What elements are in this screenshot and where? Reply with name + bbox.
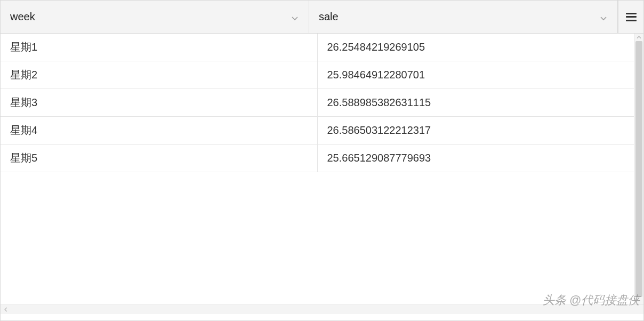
column-header-label: sale [319,11,599,23]
chevron-down-icon[interactable] [599,13,608,21]
vertical-scrollbar[interactable] [634,34,643,304]
table-row[interactable]: 星期3 26.588985382631115 [1,89,634,117]
cell-sale: 25.98464912280701 [318,61,634,89]
table-row[interactable]: 星期4 26.586503122212317 [1,117,634,145]
cell-sale: 26.586503122212317 [318,117,634,144]
grid-menu-button[interactable] [618,1,643,33]
column-header-sale[interactable]: sale [309,1,618,33]
grid-body: 星期1 26.25484219269105 星期2 25.98464912280… [1,34,643,304]
rows-container: 星期1 26.25484219269105 星期2 25.98464912280… [1,34,634,304]
column-header-week[interactable]: week [1,1,309,33]
scroll-left-arrow-icon[interactable] [3,305,9,314]
cell-week: 星期5 [1,145,318,172]
cell-week: 星期4 [1,117,318,144]
horizontal-scrollbar[interactable] [1,304,643,314]
table-row[interactable]: 星期1 26.25484219269105 [1,34,634,61]
scroll-up-arrow-icon[interactable] [634,34,643,41]
scrollbar-thumb[interactable] [635,41,642,297]
column-header-row: week sale [1,1,643,34]
cell-sale: 26.588985382631115 [318,89,634,116]
cell-sale: 26.25484219269105 [318,34,634,61]
cell-week: 星期3 [1,89,318,116]
cell-sale: 25.665129087779693 [318,145,634,172]
chevron-down-icon[interactable] [291,13,299,21]
cell-week: 星期1 [1,34,318,61]
data-grid: week sale [0,0,644,321]
column-header-label: week [10,11,291,23]
table-row[interactable]: 星期2 25.98464912280701 [1,61,634,89]
cell-week: 星期2 [1,61,318,89]
table-row[interactable]: 星期5 25.665129087779693 [1,145,634,172]
hamburger-icon [626,13,637,21]
